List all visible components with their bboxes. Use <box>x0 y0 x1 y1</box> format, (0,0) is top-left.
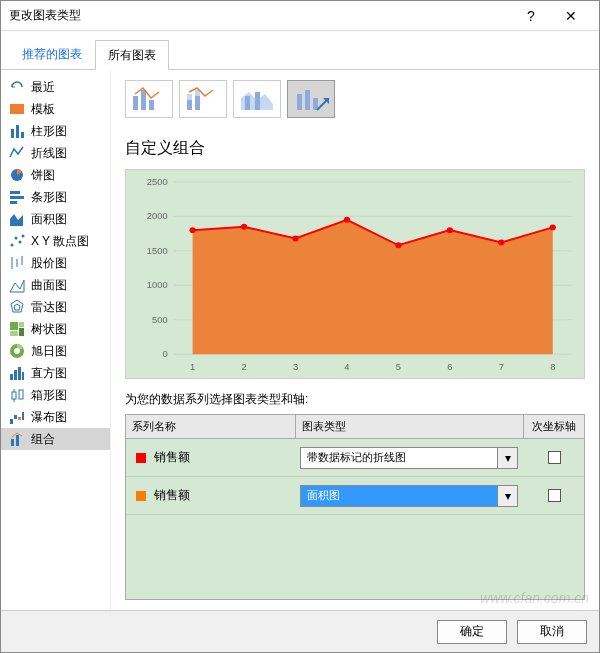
svg-point-68 <box>292 235 298 241</box>
svg-rect-29 <box>12 392 16 399</box>
sidebar-item-label: 折线图 <box>31 145 67 162</box>
svg-rect-49 <box>297 94 302 110</box>
svg-rect-38 <box>16 435 19 446</box>
category-icon <box>9 211 25 227</box>
dialog-title: 更改图表类型 <box>9 7 511 24</box>
tab-recommended[interactable]: 推荐的图表 <box>9 39 95 69</box>
svg-text:8: 8 <box>550 362 555 372</box>
sidebar-item-10[interactable]: 雷达图 <box>1 296 110 318</box>
category-icon <box>9 277 25 293</box>
cancel-button[interactable]: 取消 <box>517 620 587 644</box>
svg-point-69 <box>344 217 350 223</box>
sidebar-item-14[interactable]: 箱形图 <box>1 384 110 406</box>
svg-rect-33 <box>10 419 13 424</box>
sidebar-item-label: 条形图 <box>31 189 67 206</box>
subtype-custom-combo[interactable] <box>287 80 335 118</box>
category-icon <box>9 123 25 139</box>
titlebar: 更改图表类型 ? ✕ <box>1 1 599 31</box>
subtype-area-column[interactable] <box>233 80 281 118</box>
svg-rect-27 <box>18 367 21 380</box>
series-table-header: 系列名称 图表类型 次坐标轴 <box>126 415 584 439</box>
svg-rect-20 <box>19 322 24 327</box>
help-button[interactable]: ? <box>511 2 551 30</box>
sidebar-item-label: X Y 散点图 <box>31 233 89 250</box>
sidebar-item-label: 箱形图 <box>31 387 67 404</box>
series-color-swatch <box>136 453 146 463</box>
svg-rect-34 <box>14 415 17 419</box>
svg-rect-22 <box>10 331 18 336</box>
subtype-clustered-column-line[interactable] <box>125 80 173 118</box>
svg-rect-51 <box>313 98 318 110</box>
series-color-swatch <box>136 491 146 501</box>
secondary-axis-checkbox[interactable] <box>548 489 561 502</box>
sidebar-item-13[interactable]: 直方图 <box>1 362 110 384</box>
category-icon <box>9 365 25 381</box>
sidebar-item-label: 旭日图 <box>31 343 67 360</box>
close-button[interactable]: ✕ <box>551 2 591 30</box>
sidebar-item-8[interactable]: 股价图 <box>1 252 110 274</box>
svg-rect-40 <box>141 90 146 110</box>
sidebar-item-11[interactable]: 树状图 <box>1 318 110 340</box>
sidebar-item-5[interactable]: 条形图 <box>1 186 110 208</box>
svg-rect-26 <box>14 370 17 380</box>
category-icon <box>9 255 25 271</box>
svg-text:2: 2 <box>241 362 246 372</box>
svg-text:1: 1 <box>190 362 195 372</box>
sidebar-item-3[interactable]: 折线图 <box>1 142 110 164</box>
sidebar-item-label: 树状图 <box>31 321 67 338</box>
sidebar-item-label: 模板 <box>31 101 55 118</box>
category-icon <box>9 233 25 249</box>
category-icon <box>9 387 25 403</box>
svg-rect-35 <box>18 417 21 420</box>
category-icon <box>9 431 25 447</box>
header-chart-type: 图表类型 <box>296 415 524 438</box>
svg-rect-19 <box>10 322 18 330</box>
series-table: 系列名称 图表类型 次坐标轴 销售额带数据标记的折线图▾销售额面积图▾ <box>125 414 585 600</box>
category-icon <box>9 79 25 95</box>
sidebar-item-2[interactable]: 柱形图 <box>1 120 110 142</box>
svg-text:2000: 2000 <box>147 212 168 222</box>
tab-bar: 推荐的图表 所有图表 <box>1 31 599 70</box>
sidebar-item-label: 组合 <box>31 431 55 448</box>
svg-text:1500: 1500 <box>147 246 168 256</box>
sidebar-item-1[interactable]: 模板 <box>1 98 110 120</box>
svg-rect-3 <box>21 132 24 138</box>
svg-rect-21 <box>19 328 24 336</box>
svg-text:4: 4 <box>344 362 349 372</box>
svg-rect-25 <box>10 374 13 380</box>
ok-button[interactable]: 确定 <box>437 620 507 644</box>
sidebar-item-12[interactable]: 旭日图 <box>1 340 110 362</box>
sidebar-item-label: 瀑布图 <box>31 409 67 426</box>
sidebar-item-15[interactable]: 瀑布图 <box>1 406 110 428</box>
svg-text:1000: 1000 <box>147 280 168 290</box>
subtype-stacked-column-line[interactable] <box>179 80 227 118</box>
sidebar-item-label: 柱形图 <box>31 123 67 140</box>
sidebar-item-6[interactable]: 面积图 <box>1 208 110 230</box>
header-series-name: 系列名称 <box>126 415 296 438</box>
sidebar-item-16[interactable]: 组合 <box>1 428 110 450</box>
sidebar-item-4[interactable]: 饼图 <box>1 164 110 186</box>
subtype-row <box>125 80 585 118</box>
sidebar-item-9[interactable]: 曲面图 <box>1 274 110 296</box>
secondary-axis-checkbox[interactable] <box>548 451 561 464</box>
series-type-dropdown[interactable]: 面积图▾ <box>300 485 518 507</box>
category-icon <box>9 409 25 425</box>
svg-rect-43 <box>187 94 192 100</box>
sidebar-item-0[interactable]: 最近 <box>1 76 110 98</box>
series-row: 销售额面积图▾ <box>126 477 584 515</box>
chart-category-sidebar: 最近模板柱形图折线图饼图条形图面积图X Y 散点图股价图曲面图雷达图树状图旭日图… <box>1 70 111 610</box>
svg-rect-5 <box>10 191 20 194</box>
sidebar-item-label: 雷达图 <box>31 299 67 316</box>
svg-point-73 <box>550 224 556 230</box>
svg-text:5: 5 <box>396 362 401 372</box>
svg-point-9 <box>11 244 14 247</box>
sidebar-item-label: 曲面图 <box>31 277 67 294</box>
category-icon <box>9 343 25 359</box>
svg-text:3: 3 <box>293 362 298 372</box>
sidebar-item-7[interactable]: X Y 散点图 <box>1 230 110 252</box>
tab-all-charts[interactable]: 所有图表 <box>95 40 169 70</box>
svg-rect-2 <box>16 125 19 138</box>
series-type-dropdown[interactable]: 带数据标记的折线图▾ <box>300 447 518 469</box>
sidebar-item-label: 直方图 <box>31 365 67 382</box>
svg-point-67 <box>241 224 247 230</box>
